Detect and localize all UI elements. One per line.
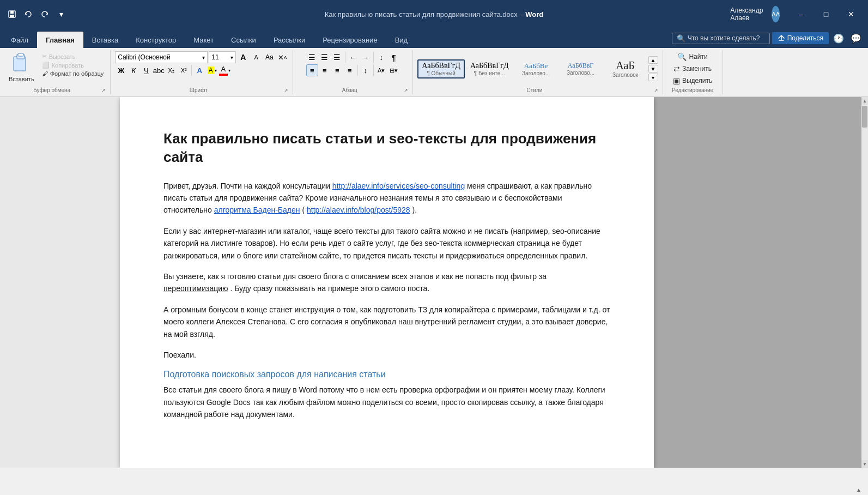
style-normal[interactable]: АаБбВвГгД ¶ Обычный bbox=[417, 59, 465, 79]
show-marks-button[interactable]: ¶ bbox=[388, 51, 400, 63]
para-separator-3 bbox=[357, 65, 358, 76]
save-quick-button[interactable] bbox=[4, 7, 20, 22]
find-button[interactable]: 🔍 Найти bbox=[674, 51, 711, 62]
line-spacing-button[interactable]: ↕ bbox=[360, 64, 372, 76]
para1-text-end: ). bbox=[412, 206, 417, 214]
font-color-icon: A bbox=[219, 65, 228, 76]
tab-layout[interactable]: Макет bbox=[185, 32, 222, 48]
para1-text-before: Привет, друзья. Почти на каждой консульт… bbox=[163, 182, 332, 190]
paragraph-2: Если у вас интернет-магазин или каталог,… bbox=[163, 225, 610, 262]
collapse-ribbon-button[interactable]: ▲ bbox=[856, 487, 861, 493]
multilevel-button[interactable]: ☰ bbox=[331, 51, 343, 63]
clipboard-expand-icon[interactable]: ↗ bbox=[101, 88, 106, 93]
strikethrough-button[interactable]: abc bbox=[153, 64, 165, 76]
replace-button[interactable]: ⇄ Заменить bbox=[670, 63, 715, 74]
style-no-spacing-label: ¶ Без инте... bbox=[470, 70, 509, 76]
scroll-up-arrow[interactable]: ▲ bbox=[861, 97, 868, 105]
increase-indent-button[interactable]: → bbox=[360, 51, 372, 63]
bold-button[interactable]: Ж bbox=[115, 64, 127, 76]
shading-button[interactable]: A▾ bbox=[375, 64, 387, 76]
tab-file[interactable]: Файл bbox=[2, 32, 37, 48]
align-center-button[interactable]: ≡ bbox=[319, 64, 331, 76]
paragraph-1: Привет, друзья. Почти на каждой консульт… bbox=[163, 180, 610, 216]
tab-mailings[interactable]: Рассылки bbox=[265, 32, 314, 48]
styles-expand-icon[interactable]: ↗ bbox=[654, 88, 658, 93]
restore-button[interactable]: □ bbox=[814, 6, 839, 22]
para1-link3[interactable]: http://alaev.info/blog/post/5928 bbox=[307, 206, 410, 214]
justify-button[interactable]: ≡ bbox=[344, 64, 356, 76]
font-size-selector[interactable]: 11 ▾ bbox=[209, 51, 236, 63]
format-row: Ж К Ч abc X₂ X² A A ▾ A bbox=[115, 64, 230, 76]
tab-view[interactable]: Вид bbox=[386, 32, 417, 48]
text-effects-button[interactable]: A bbox=[193, 64, 205, 76]
tab-insert[interactable]: Вставка bbox=[83, 32, 127, 48]
decrease-font-button[interactable]: A bbox=[250, 51, 262, 63]
decrease-indent-button[interactable]: ← bbox=[347, 51, 359, 63]
font-color-button[interactable]: A ▾ bbox=[218, 64, 230, 76]
paragraph-expand-icon[interactable]: ↗ bbox=[404, 88, 408, 93]
history-button[interactable]: 🕐 bbox=[831, 31, 846, 46]
cut-button[interactable]: ✂ Вырезать bbox=[40, 52, 106, 61]
font-expand-icon[interactable]: ↗ bbox=[284, 88, 288, 93]
style-scroll-more[interactable]: ▾ bbox=[648, 74, 658, 81]
share-button[interactable]: Поделиться bbox=[772, 32, 829, 44]
style-title-preview: АаБ bbox=[608, 59, 643, 72]
select-button[interactable]: ▣ Выделить bbox=[670, 75, 715, 86]
copy-button[interactable]: ⬜ Копировать bbox=[40, 61, 106, 69]
tab-design[interactable]: Конструктор bbox=[127, 32, 185, 48]
fontsize-dropdown-icon: ▾ bbox=[230, 55, 233, 61]
highlight-button[interactable]: A ▾ bbox=[206, 64, 218, 76]
paste-button[interactable]: Вставить bbox=[4, 51, 39, 83]
para1-link2[interactable]: алгоритма Баден-Баден bbox=[214, 206, 300, 214]
style-scroll-down[interactable]: ▼ bbox=[648, 65, 658, 73]
scroll-down-arrow[interactable]: ▼ bbox=[861, 460, 868, 468]
scroll-track[interactable] bbox=[861, 105, 868, 460]
comment-button[interactable]: 💬 bbox=[848, 31, 864, 46]
style-heading1-label: Заголово... bbox=[519, 70, 554, 76]
change-case-button[interactable]: Aa bbox=[263, 51, 275, 63]
styles-group: АаБбВвГгД ¶ Обычный АаБбВвГгД ¶ Без инте… bbox=[413, 50, 663, 94]
subscript-button[interactable]: X₂ bbox=[165, 64, 177, 76]
bullets-button[interactable]: ☰ bbox=[306, 51, 318, 63]
para3-link[interactable]: переоптимизацию bbox=[163, 284, 228, 293]
increase-font-button[interactable]: A bbox=[237, 51, 249, 63]
align-right-button[interactable]: ≡ bbox=[331, 64, 343, 76]
align-left-button[interactable]: ≡ bbox=[306, 64, 318, 76]
paragraph-5: Поехали. bbox=[163, 349, 610, 361]
para1-link1[interactable]: http://alaev.info/services/seo-consultin… bbox=[332, 182, 465, 190]
style-heading1[interactable]: АаБбВе Заголово... bbox=[514, 59, 558, 79]
style-scroll-up[interactable]: ▲ bbox=[648, 56, 658, 64]
sort-button[interactable]: ↕ bbox=[375, 51, 387, 63]
cut-label: Вырезать bbox=[49, 53, 76, 60]
italic-button[interactable]: К bbox=[128, 64, 139, 76]
tab-review[interactable]: Рецензирование bbox=[314, 32, 386, 48]
scroll-thumb[interactable] bbox=[862, 106, 867, 128]
close-button[interactable]: ✕ bbox=[839, 6, 864, 22]
title-bar-center: Как правильно писать статьи для продвиже… bbox=[124, 10, 744, 19]
tab-home[interactable]: Главная bbox=[37, 32, 83, 48]
select-label: Выделить bbox=[682, 77, 712, 84]
what-input[interactable]: 🔍 Что вы хотите сделать? bbox=[672, 33, 770, 44]
style-heading2[interactable]: АаБбВвГ Заголово... bbox=[559, 59, 603, 78]
customize-quick-access[interactable]: ▾ bbox=[53, 7, 69, 22]
underline-button[interactable]: Ч bbox=[140, 64, 152, 76]
numbered-button[interactable]: ☰ bbox=[319, 51, 331, 63]
style-no-spacing[interactable]: АаБбВвГгД ¶ Без инте... bbox=[466, 59, 513, 79]
clear-format-button[interactable]: ✕A bbox=[276, 51, 288, 63]
superscript-button[interactable]: X² bbox=[178, 64, 190, 76]
style-title[interactable]: АаБ Заголовок bbox=[604, 57, 647, 80]
share-label: Поделиться bbox=[787, 34, 823, 42]
redo-button[interactable] bbox=[37, 7, 52, 22]
user-avatar[interactable]: АА bbox=[772, 6, 780, 22]
format-painter-button[interactable]: 🖌 Формат по образцу bbox=[40, 70, 106, 77]
border-button[interactable]: ⊞▾ bbox=[388, 64, 400, 76]
document-page[interactable]: Как правильно писать статьи и seo-тексты… bbox=[120, 97, 654, 468]
editing-label: Редактирование bbox=[667, 86, 718, 93]
svg-rect-5 bbox=[18, 53, 23, 56]
fontcolor-dropdown: ▾ bbox=[228, 68, 230, 73]
style-scroll-buttons: ▲ ▼ ▾ bbox=[648, 56, 658, 81]
minimize-button[interactable]: – bbox=[788, 6, 814, 22]
font-family-selector[interactable]: Calibri (Основной ▾ bbox=[115, 51, 208, 63]
tab-references[interactable]: Ссылки bbox=[222, 32, 265, 48]
undo-button[interactable] bbox=[21, 7, 36, 22]
